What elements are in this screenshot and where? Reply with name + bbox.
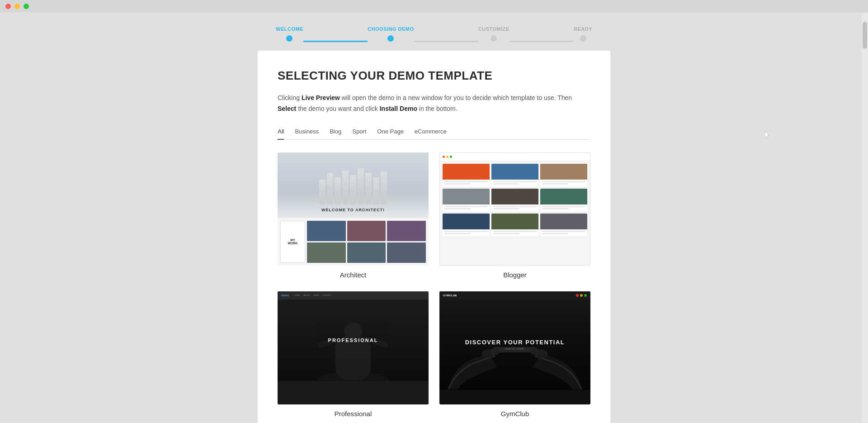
template-professional[interactable]: DSAG HOME ABOUT WORK CONTACT (278, 291, 429, 418)
blog-card-text (540, 204, 587, 212)
page-wrapper: WELCOME CHOOSING DEMO CUSTOMIZE READY SE… (0, 0, 868, 423)
scrollbar-thumb[interactable] (863, 22, 867, 49)
step-choosing-demo-dot (387, 35, 394, 42)
pro-nav: HOME ABOUT WORK CONTACT (294, 294, 331, 296)
arch-title-text: WELCOME TO ARCHITECT! (321, 208, 385, 212)
content-card: SELECTING YOUR DEMO TEMPLATE Clicking Li… (258, 51, 610, 423)
professional-preview: DSAG HOME ABOUT WORK CONTACT (278, 291, 429, 404)
pro-nav-item: ABOUT (303, 294, 310, 296)
close-button[interactable] (5, 4, 11, 9)
maximize-button[interactable] (24, 4, 29, 9)
blog-card (491, 214, 538, 237)
tab-all[interactable]: All (278, 128, 284, 139)
gymclub-preview: GYMCLUB (439, 291, 590, 404)
mac-toolbar (0, 0, 868, 13)
tab-one-page[interactable]: One Page (377, 128, 404, 139)
scrollbar-track[interactable] (862, 13, 868, 423)
step-ready-dot (580, 35, 586, 42)
blog-card-img (540, 164, 587, 180)
blogger-name: Blogger (503, 271, 527, 279)
pro-nav-item: WORK (313, 294, 319, 296)
bold-install-demo: Install Demo (380, 105, 417, 112)
blog-card-img (491, 214, 538, 229)
gym-dot-red (576, 294, 579, 297)
blog-card-text (443, 204, 490, 212)
blog-card-text (443, 180, 490, 187)
arch-thumb (307, 221, 346, 241)
gym-dots (576, 294, 587, 297)
blog-card-line (444, 206, 488, 207)
tab-business[interactable]: Business (295, 128, 319, 139)
blog-card-line (542, 208, 568, 209)
blog-card-line (444, 233, 471, 234)
blog-card-text (491, 180, 538, 187)
pro-logo: DSAG (281, 294, 289, 297)
gym-header: GYMCLUB (439, 291, 590, 299)
blog-card (491, 189, 538, 212)
minimize-button[interactable] (14, 4, 20, 9)
step-welcome[interactable]: WELCOME (276, 26, 303, 42)
gym-dot-green (584, 294, 587, 297)
blog-card-line (493, 208, 519, 209)
blog-dot-yellow (446, 156, 448, 158)
arch-col (327, 173, 333, 204)
filter-tabs: All Business Blog Sport One Page eCommer… (278, 128, 590, 140)
step-line-1 (303, 41, 368, 42)
blogger-preview (439, 152, 590, 266)
template-architect[interactable]: WELCOME TO ARCHITECT! MY WORK (278, 152, 429, 279)
template-blogger[interactable]: Blogger (439, 152, 590, 279)
blog-content (440, 161, 590, 239)
blog-card-text (540, 229, 587, 237)
blog-card (540, 214, 587, 237)
blog-card-line (444, 231, 488, 232)
arch-col (365, 173, 372, 204)
arch-col (335, 177, 341, 204)
pro-hero: PROFESSIONAL (278, 299, 429, 381)
blog-card-text (443, 229, 490, 237)
gymclub-name: GymClub (501, 410, 529, 418)
step-ready[interactable]: READY (574, 26, 592, 42)
blog-card-img (443, 164, 490, 180)
template-gymclub[interactable]: GYMCLUB (439, 291, 590, 418)
pro-nav-item: HOME (294, 294, 300, 296)
blog-card (540, 164, 587, 187)
step-customize[interactable]: CUSTOMIZE (478, 26, 509, 42)
arch-thumb (387, 242, 426, 263)
blog-card-text (491, 229, 538, 237)
blog-card (540, 189, 587, 212)
arch-thumb (347, 221, 386, 241)
arch-thumbs-grid (307, 221, 426, 263)
stepper-container: WELCOME CHOOSING DEMO CUSTOMIZE READY (0, 13, 868, 51)
pro-cta: PROFESSIONAL (328, 337, 378, 343)
blog-card-img (540, 189, 587, 204)
blog-card-img (443, 189, 490, 204)
bold-live-preview: Live Preview (302, 94, 340, 101)
arch-col (373, 177, 379, 204)
tab-sport[interactable]: Sport (352, 128, 366, 139)
step-choosing-demo[interactable]: CHOOSING DEMO (368, 26, 414, 42)
arch-thumb-main: MY WORK (280, 221, 305, 263)
step-ready-label: READY (574, 26, 592, 32)
gym-logo: GYMCLUB (443, 294, 457, 297)
blog-dot-red (443, 156, 445, 158)
pro-title-text: PROFESSIONAL (328, 337, 378, 343)
pro-header: DSAG HOME ABOUT WORK CONTACT (278, 291, 429, 299)
tab-blog[interactable]: Blog (330, 128, 341, 139)
architect-name: Architect (340, 271, 366, 279)
pro-nav-item: CONTACT (323, 294, 331, 296)
arch-thumb (347, 242, 386, 263)
tab-ecommerce[interactable]: eCommerce (415, 128, 447, 139)
stepper: WELCOME CHOOSING DEMO CUSTOMIZE READY (276, 26, 592, 42)
blog-card-img (491, 164, 538, 180)
step-customize-label: CUSTOMIZE (478, 26, 509, 32)
step-choosing-demo-label: CHOOSING DEMO (368, 26, 414, 32)
blog-card-line (493, 233, 519, 234)
blog-card-line (444, 181, 488, 182)
arch-col (342, 171, 349, 204)
blog-card-line (493, 231, 537, 232)
gym-cta-sub: JOIN US TODAY (465, 347, 565, 350)
blog-card-line (493, 183, 519, 185)
blog-card (491, 164, 538, 187)
blog-card-line (542, 183, 568, 185)
blog-card-img (443, 214, 490, 229)
